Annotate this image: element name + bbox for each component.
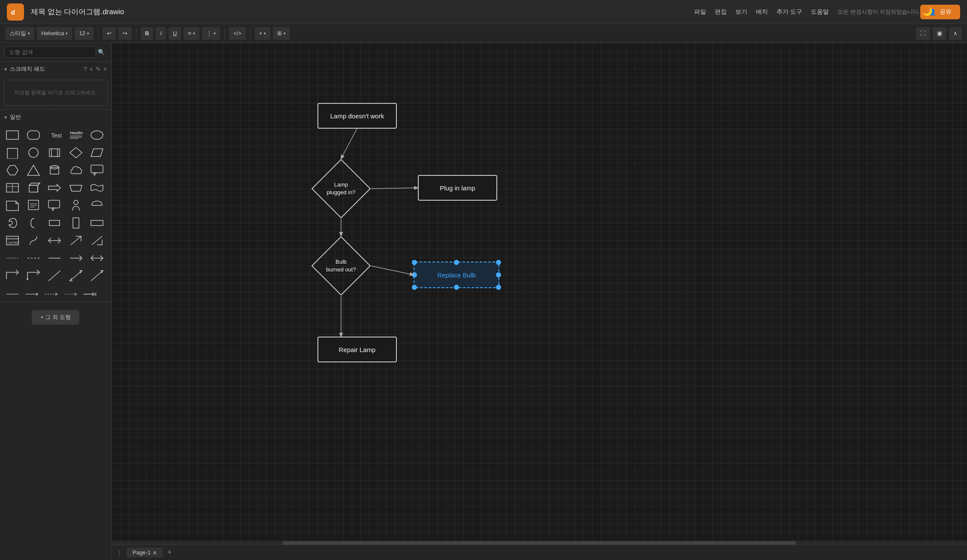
- bold-button[interactable]: B: [141, 27, 153, 40]
- shape-hexagon[interactable]: [3, 162, 21, 178]
- shape-arrow-line[interactable]: [67, 250, 85, 266]
- shape-bracket[interactable]: [24, 215, 42, 231]
- shape-list[interactable]: List Item: [3, 232, 21, 249]
- shape-diagonal-double-arrow[interactable]: [67, 268, 85, 284]
- shape-table[interactable]: [3, 180, 21, 196]
- add-shapes-button[interactable]: + 그 외 도형: [32, 310, 79, 325]
- italic-button[interactable]: I: [156, 27, 166, 40]
- more-format-button[interactable]: ⋮ ▾: [202, 27, 220, 40]
- shape-circle[interactable]: [24, 145, 42, 161]
- collapse-button[interactable]: ∧: [949, 27, 962, 40]
- general-toggle[interactable]: ▾: [4, 114, 7, 120]
- shape-arrow-up-right[interactable]: [67, 232, 85, 249]
- handle-ml[interactable]: [412, 272, 417, 277]
- handle-tl[interactable]: [412, 260, 417, 265]
- shape-arrow-simple[interactable]: [23, 288, 41, 300]
- underline-button[interactable]: U: [169, 27, 181, 40]
- undo-button[interactable]: ↩: [103, 27, 116, 40]
- shape-dotted-line[interactable]: [3, 250, 21, 266]
- shape-search-input[interactable]: [4, 46, 96, 58]
- shape-curve-s[interactable]: [24, 232, 42, 249]
- dark-mode-icon[interactable]: 🌙: [922, 6, 933, 16]
- shape-double-dashed-arrow[interactable]: [61, 288, 79, 300]
- insert-button[interactable]: + ▾: [255, 27, 271, 40]
- shape-person[interactable]: [67, 197, 85, 214]
- handle-mr[interactable]: [496, 272, 501, 277]
- shape-dashed-arrow[interactable]: [42, 288, 60, 300]
- add-page-button[interactable]: +: [167, 548, 172, 557]
- node-replace-bulb[interactable]: Replace Bulb: [414, 262, 499, 288]
- shape-parallelogram[interactable]: [88, 145, 106, 161]
- panel-toggle-button[interactable]: ▣: [933, 27, 946, 40]
- shape-heading[interactable]: Heading: [67, 127, 85, 143]
- style-button[interactable]: 스타일 ▾: [5, 27, 34, 40]
- shape-note[interactable]: [3, 197, 21, 214]
- table-button[interactable]: ⊞ ▾: [273, 27, 290, 40]
- shape-half-circle[interactable]: [88, 197, 106, 214]
- shape-text[interactable]: Text: [45, 127, 63, 143]
- shape-ellipse[interactable]: [88, 127, 106, 143]
- node-repair-lamp[interactable]: Repair Lamp: [317, 337, 397, 362]
- node-bulb-burned-out[interactable]: Bulbburned out?: [311, 236, 371, 296]
- shape-diagonal-line[interactable]: [45, 268, 63, 284]
- shape-square[interactable]: [3, 145, 21, 161]
- canvas-scrollbar[interactable]: [112, 541, 967, 545]
- handle-br[interactable]: [496, 285, 501, 290]
- redo-button[interactable]: ↪: [118, 27, 132, 40]
- menu-view[interactable]: 보기: [735, 8, 747, 16]
- node-plug-in-lamp[interactable]: Plug in lamp: [418, 175, 497, 201]
- shape-diamond[interactable]: [67, 145, 85, 161]
- scratch-pad-edit-button[interactable]: ✎: [96, 66, 101, 72]
- shape-double-arrow-line[interactable]: [88, 250, 106, 266]
- shape-arrow-right[interactable]: [45, 180, 63, 196]
- handle-tr[interactable]: [496, 260, 501, 265]
- shape-triangle[interactable]: [24, 162, 42, 178]
- search-button[interactable]: 🔍: [96, 47, 107, 57]
- shape-process[interactable]: [45, 145, 63, 161]
- code-button[interactable]: </>: [229, 27, 246, 40]
- menu-extras[interactable]: 추가 도구: [777, 8, 802, 16]
- shape-cloud[interactable]: [67, 162, 85, 178]
- shape-wide-rect-2[interactable]: [88, 215, 106, 231]
- shape-diagonal-arrow[interactable]: [88, 268, 106, 284]
- shape-wave[interactable]: [88, 180, 106, 196]
- shape-callout[interactable]: [88, 162, 106, 178]
- node-lamp-doesnt-work[interactable]: Lamp doesn't work: [317, 103, 397, 129]
- handle-bl[interactable]: [412, 285, 417, 290]
- scratch-pad-add-button[interactable]: +: [90, 66, 93, 72]
- canvas-area[interactable]: Lamp doesn't work Lampplugged in? Plug i…: [112, 43, 967, 560]
- font-button[interactable]: Helvetica ▾: [37, 27, 72, 40]
- font-size-button[interactable]: 12 ▾: [75, 27, 93, 40]
- canvas-scrollbar-thumb[interactable]: [283, 541, 796, 545]
- shape-cylinder[interactable]: [45, 162, 63, 178]
- shape-line-simple[interactable]: [3, 288, 21, 300]
- page-menu-button[interactable]: ⋮: [117, 549, 122, 556]
- align-button[interactable]: ≡ ▾: [184, 27, 199, 40]
- shape-elbow-connector[interactable]: [3, 268, 21, 284]
- menu-help[interactable]: 도움말: [811, 8, 829, 16]
- shape-block-arrow[interactable]: [81, 288, 99, 300]
- shape-trapezoid[interactable]: [67, 180, 85, 196]
- shape-callout-2[interactable]: [45, 197, 63, 214]
- menu-file[interactable]: 파일: [694, 8, 706, 16]
- scratch-pad-help-button[interactable]: ?: [84, 66, 87, 72]
- shape-tall-rect[interactable]: [67, 215, 85, 231]
- page-tab-1[interactable]: Page-1 ∧: [127, 548, 163, 557]
- node-lamp-plugged-in[interactable]: Lampplugged in?: [311, 159, 371, 219]
- shape-elbow-arrow[interactable]: [24, 268, 42, 284]
- shape-line[interactable]: [45, 250, 63, 266]
- handle-bc[interactable]: [454, 285, 459, 290]
- shape-small-rect[interactable]: [45, 215, 63, 231]
- menu-arrange[interactable]: 배치: [756, 8, 768, 16]
- shape-document[interactable]: [24, 197, 42, 214]
- shape-rounded-rectangle[interactable]: [24, 127, 42, 143]
- fullscreen-button[interactable]: ⛶: [916, 27, 930, 40]
- shape-3d-box[interactable]: [24, 180, 42, 196]
- scratch-pad-close-button[interactable]: ×: [103, 66, 107, 72]
- handle-tc[interactable]: [454, 260, 459, 265]
- scratch-pad-toggle[interactable]: ▾: [4, 66, 7, 72]
- menu-edit[interactable]: 편집: [715, 8, 727, 16]
- shape-dotted-line-2[interactable]: [24, 250, 42, 266]
- shape-rectangle[interactable]: [3, 127, 21, 143]
- shape-bidirectional-arrow[interactable]: [45, 232, 63, 249]
